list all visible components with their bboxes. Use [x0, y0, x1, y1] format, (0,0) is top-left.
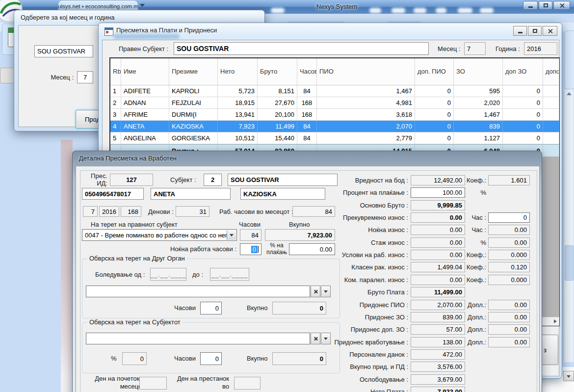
close-button[interactable]: [543, 26, 557, 36]
calc-row-value: 1,499.04: [411, 262, 465, 272]
calc-row-value: 0.00: [411, 237, 465, 248]
pay-item-hours-field[interactable]: 84: [240, 229, 261, 241]
total-column-header: Вкупно: [289, 221, 310, 228]
vertical-scrollbar[interactable]: [564, 89, 574, 362]
scrollbar-thumb[interactable]: [565, 245, 574, 281]
grid-column-header[interactable]: ПИО: [317, 58, 415, 85]
tab-list-dropdown-icon[interactable]: [140, 4, 145, 9]
night-work-input[interactable]: 0: [240, 243, 261, 255]
dialog-subject-input[interactable]: SOU GOSTIVAR: [34, 45, 93, 57]
restore-button[interactable]: [539, 1, 552, 10]
calc-row-ext-label: Коеф.:: [463, 250, 486, 260]
grid-column-header[interactable]: доп. ПИО: [415, 58, 454, 85]
grid-cell: 0: [415, 109, 454, 120]
grid-column-header[interactable]: Часов: [297, 58, 317, 85]
calc-row-ext-value[interactable]: 0: [488, 212, 530, 223]
calc-row-label: Ослободување :: [313, 374, 408, 385]
grid-cell: [543, 121, 559, 132]
subject-combobox[interactable]: [86, 333, 310, 344]
close-button[interactable]: [553, 1, 570, 10]
percent-field[interactable]: 0: [122, 352, 147, 365]
grid-cell: 27,670: [258, 97, 297, 108]
grid-cell: [543, 97, 559, 108]
start-day-field[interactable]: [139, 377, 167, 390]
subject-label: Субјект :: [170, 176, 196, 183]
table-row[interactable]: 1ADIFETEKAPROLI5,7238,151841,46705950: [110, 85, 559, 97]
minimize-button[interactable]: [513, 26, 527, 36]
calc-row-ext-value: 0.000: [488, 250, 530, 260]
grid-cell: 0: [503, 109, 543, 120]
table-row[interactable]: 5ANGELINAGORGIESKA10,51215,440842,77901,…: [110, 132, 559, 144]
calc-row-value: 3,576.00: [411, 362, 465, 372]
calc-row-value[interactable]: 100.00: [411, 187, 465, 198]
grid-cell: 2,779: [317, 132, 415, 144]
scroll-up-icon[interactable]: [564, 89, 574, 98]
subject-code-field[interactable]: 2: [204, 174, 222, 186]
grid-column-header[interactable]: Нето: [218, 58, 258, 85]
embg-field[interactable]: 0504965478017: [82, 188, 144, 200]
grid-cell: 168: [297, 109, 317, 120]
grid-column-header[interactable]: Име: [121, 58, 169, 85]
maximize-button[interactable]: [528, 26, 542, 36]
table-row[interactable]: 2ADNANFEJZULAI18,91527,6701684,98102,020…: [110, 97, 559, 109]
calc-row-value: 2,070.00: [411, 300, 465, 310]
night-work-label: Ноќна работа часови :: [159, 245, 236, 253]
hours-field[interactable]: 168: [121, 206, 141, 217]
other-org-combobox[interactable]: [86, 286, 310, 297]
month-field[interactable]: 7: [83, 206, 98, 217]
chevron-down-icon[interactable]: [227, 230, 236, 240]
grid-cell: 18,915: [218, 97, 258, 108]
year-field[interactable]: 2016: [524, 42, 557, 55]
first-name-field[interactable]: ANETA: [151, 188, 231, 200]
grid-column-header[interactable]: доп ЗО: [503, 58, 543, 85]
grid-cell: 5,723: [218, 85, 258, 97]
grid-column-header[interactable]: Презиме: [169, 58, 218, 85]
last-name-field[interactable]: KAZIOSKA: [240, 188, 325, 200]
text-caret: [258, 246, 259, 253]
grid-column-header[interactable]: допо: [543, 58, 559, 85]
calc-row-ext-label: Допл.:: [463, 324, 486, 335]
grid-cell: 11,499: [258, 121, 297, 132]
calc-row-value: 0.00: [411, 275, 465, 285]
calc-row-value: 0.00: [411, 212, 465, 223]
hours-input[interactable]: 0: [200, 352, 222, 365]
grid-column-header[interactable]: Rbr: [110, 58, 121, 85]
calc-id-field[interactable]: 127: [110, 174, 153, 186]
grid-column-header[interactable]: Бруто: [258, 58, 297, 85]
legal-subject-input[interactable]: SOU GOSTIVAR: [174, 42, 429, 55]
year-field[interactable]: 2016: [99, 206, 119, 217]
scroll-right-icon[interactable]: [550, 317, 559, 325]
detail-window-client: Прес. ИД: 127 Субјект : 2 SOU GOSTIVAR 0…: [76, 166, 540, 392]
calc-row-ext-value: 0.120: [488, 262, 530, 272]
sick-leave-from-input[interactable]: __.__.____: [150, 268, 186, 281]
background-combo-dropdown-icon[interactable]: [563, 371, 574, 381]
calc-row-label: Ноќна износ :: [313, 225, 408, 235]
grid-cell: 0: [415, 121, 454, 132]
month-field[interactable]: 7: [464, 42, 486, 55]
minimize-button[interactable]: [523, 1, 538, 10]
calc-row-ext-label: %: [463, 187, 486, 198]
end-day-field[interactable]: [234, 377, 261, 390]
calc-row-ext-label: %: [463, 237, 486, 248]
detail-fields-layer: Прес. ИД: 127 Субјект : 2 SOU GOSTIVAR 0…: [73, 152, 543, 392]
table-row[interactable]: 4ANETAKAZIOSKA7,92311,499842,07008390: [110, 121, 559, 132]
calc-row-label: Придонес ПИО :: [313, 300, 408, 310]
grid-cell: 0: [503, 85, 543, 97]
selected-text: 0: [251, 246, 258, 253]
calc-rows: Вредност на бод :12,492.00Коеф.:1.601Про…: [313, 175, 530, 392]
grid-cell: ANGELINA: [121, 132, 169, 144]
night-pct-label: % на плаќањ: [265, 242, 288, 256]
grid-column-header[interactable]: ЗО: [454, 58, 503, 85]
days-field[interactable]: 31: [176, 206, 209, 217]
dialog-month-input[interactable]: 7: [77, 71, 93, 83]
calc-row-ext-label: Допл.:: [463, 337, 486, 347]
pay-item-combobox[interactable]: 0047 - Време поминато во работен однос с…: [82, 229, 237, 241]
grid-cell: ADNAN: [121, 97, 169, 108]
hours-input[interactable]: 0: [200, 302, 222, 314]
calc-row-ext-value: 0.00: [488, 300, 530, 310]
grid-cell: 0: [415, 97, 454, 108]
sick-leave-to-input[interactable]: __.__.____: [210, 268, 249, 281]
table-row[interactable]: 3AFRIMEDURMI{I13,94120,1001683,61801,467…: [110, 109, 559, 121]
calc-row-value: 138.00: [411, 337, 465, 347]
grid-cell: 1,127: [454, 132, 503, 144]
